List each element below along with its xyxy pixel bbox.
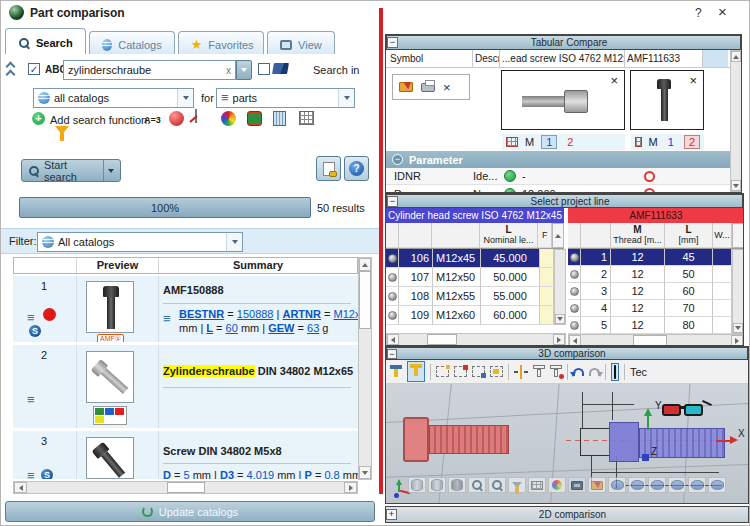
table-icon[interactable] [506, 137, 518, 147]
view-cylinder-button[interactable] [428, 477, 446, 493]
section-button[interactable] [648, 477, 666, 493]
search-settings-button[interactable] [316, 156, 341, 181]
scroll-left-button[interactable] [14, 482, 27, 493]
preview-thumbnail[interactable] [86, 437, 134, 479]
zoom-sphere-button[interactable] [488, 477, 506, 493]
scroll-left-button[interactable] [569, 335, 581, 346]
project-b-row-selected[interactable]: 1 12 45 [568, 249, 744, 266]
remove-part-a-icon[interactable]: × [610, 73, 618, 88]
value-link[interactable]: 4.019 [247, 469, 275, 479]
dimension-search-icon[interactable] [273, 111, 286, 126]
value-link[interactable]: 0.8 [324, 469, 339, 479]
col-w-header[interactable]: W... [713, 223, 732, 248]
preview-thumbnail[interactable] [86, 281, 134, 333]
frame-selection-icon[interactable] [490, 366, 503, 377]
scroll-down-button[interactable] [731, 180, 741, 191]
scroll-down-button[interactable] [733, 323, 743, 333]
dictionary-icon[interactable] [272, 63, 289, 74]
parameter-group-row[interactable]: − Parameter [386, 151, 730, 168]
combo-arrow[interactable] [338, 89, 354, 107]
project-b-row[interactable]: 5 12 80 [568, 317, 744, 334]
project-b-row[interactable]: 3 12 60 [568, 283, 744, 300]
param-link[interactable]: GEW [268, 322, 294, 334]
load-comparison-icon[interactable] [399, 82, 413, 92]
color-search-icon[interactable] [221, 111, 236, 126]
scroll-right-button[interactable] [553, 334, 565, 345]
dimension-button[interactable] [528, 477, 546, 493]
clear-search-icon[interactable]: x [226, 65, 231, 76]
project-b-hscrollbar[interactable] [568, 334, 744, 346]
topology-search-icon[interactable] [247, 111, 262, 126]
section-button[interactable] [688, 477, 706, 493]
value-link[interactable]: 150888 [237, 308, 274, 320]
scrollbar-thumb[interactable] [633, 335, 667, 346]
param-link[interactable]: P [304, 469, 311, 479]
screw-outline-icon[interactable] [533, 365, 545, 378]
value-link[interactable]: 63 [307, 322, 319, 334]
show-single-part-icon-selected[interactable] [407, 361, 425, 382]
catalog-select[interactable]: all catalogs [33, 88, 194, 108]
tab-catalogs[interactable]: Catalogs [89, 31, 175, 54]
col-part-b[interactable]: AMF111633 [625, 50, 703, 67]
preview-thumbnail[interactable] [86, 351, 134, 403]
align-parts-icon[interactable] [514, 365, 528, 379]
collapse-button[interactable]: − [387, 196, 398, 207]
param-row-d[interactable]: D No... 12.000 mm [386, 185, 730, 193]
tab-1-selected[interactable]: 1 [541, 135, 557, 149]
param-link[interactable]: D [163, 469, 171, 479]
undo-icon[interactable] [573, 368, 584, 376]
collapse-chevrons[interactable] [7, 63, 14, 78]
col-symbol[interactable]: Symbol [386, 50, 473, 67]
scroll-right-button[interactable] [344, 482, 357, 493]
col-l-header[interactable]: L [mm] [665, 223, 713, 248]
search-input[interactable]: zylinderschraube x [63, 60, 236, 80]
section-button[interactable] [608, 477, 626, 493]
project-a-hscrollbar[interactable] [386, 333, 566, 346]
text-edit-search-icon[interactable] [195, 109, 197, 123]
tab-search[interactable]: Search [5, 28, 86, 54]
tab-2[interactable]: 2 [564, 136, 576, 148]
section-button[interactable] [668, 477, 686, 493]
value-search-icon[interactable]: A=3 [144, 115, 161, 125]
col-f-header[interactable]: F [538, 223, 552, 248]
scroll-right-button[interactable] [731, 335, 743, 346]
collapse-button[interactable]: − [387, 37, 398, 48]
filter-select[interactable]: All catalogs [37, 232, 243, 252]
section-button[interactable] [708, 477, 726, 493]
secondary-checkbox[interactable] [258, 63, 270, 75]
zoom-button[interactable] [468, 477, 486, 493]
tab-master[interactable]: M [649, 136, 658, 148]
tab-master[interactable]: M [525, 136, 534, 148]
search-dropdown-button[interactable] [236, 60, 252, 80]
scroll-down-button[interactable] [359, 466, 371, 479]
start-search-button[interactable]: Start search [21, 159, 121, 182]
table-icon[interactable] [635, 137, 642, 147]
project-b-row[interactable]: 4 12 70 [568, 300, 744, 317]
col-descr[interactable]: Descr [473, 50, 500, 67]
print-icon[interactable] [421, 83, 435, 92]
shade-button[interactable] [548, 477, 566, 493]
fit-selection-icon[interactable] [436, 366, 449, 377]
results-header-summary[interactable]: Summary [159, 258, 357, 273]
update-catalogs-button[interactable]: Update catalogs [5, 501, 375, 522]
col-m-header[interactable]: M Thread [m... [611, 223, 665, 248]
redo-icon[interactable] [589, 368, 600, 376]
result-row-1[interactable]: 1 ≡ S AMF① AMF150888 ≡ BESTNR = 150888 |… [13, 276, 358, 342]
tabular-vscrollbar[interactable] [730, 50, 742, 192]
results-hscrollbar[interactable] [13, 481, 358, 494]
expand-button[interactable]: + [386, 509, 397, 520]
scroll-up-button[interactable] [552, 223, 564, 248]
add-function-icon[interactable]: + [32, 112, 45, 125]
scroll-up-button[interactable] [731, 51, 741, 62]
view-cylinder-button[interactable] [408, 477, 426, 493]
context-menu-icon[interactable]: ≡ [27, 395, 35, 405]
clear-comparison-icon[interactable]: × [443, 80, 451, 95]
project-b-vscrollbar[interactable] [732, 249, 744, 334]
2d-comparison-bar[interactable]: + 2D comparison [385, 506, 749, 523]
result-row-2[interactable]: 2 ≡ Zylinderschraube DIN 34802 M12x65 [13, 345, 358, 428]
3d-shape-search-icon[interactable] [169, 111, 184, 126]
context-menu-icon[interactable]: ≡ [27, 313, 35, 323]
detail-menu-icon[interactable]: ≡ [163, 314, 171, 324]
view-cylinder-button[interactable] [448, 477, 466, 493]
remove-part-b-icon[interactable]: × [689, 73, 697, 88]
